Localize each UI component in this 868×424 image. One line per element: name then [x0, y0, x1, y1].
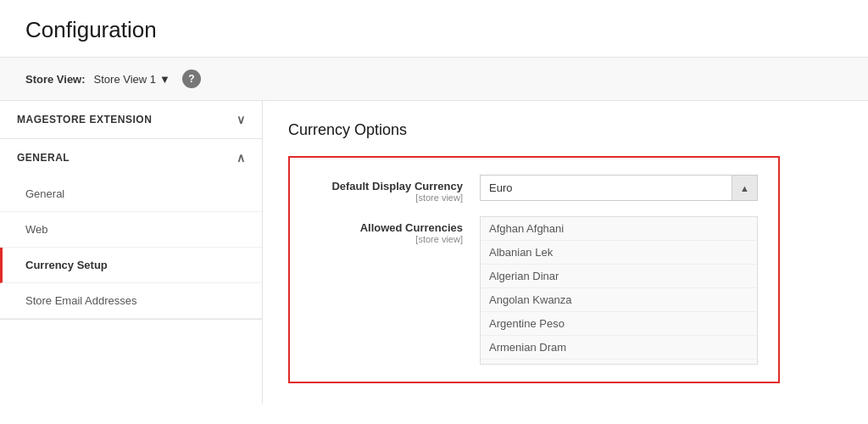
- magestore-chevron: ∨: [236, 113, 246, 126]
- default-currency-arrow: ▲: [740, 183, 749, 193]
- sidebar-item-currency-setup[interactable]: Currency Setup: [0, 248, 262, 283]
- default-currency-field: Default Display Currency [store view] Eu…: [310, 175, 758, 203]
- currency-options-title: Currency Options: [288, 121, 843, 139]
- content-area: MAGESTORE EXTENSION ∨ GENERAL ∧ General …: [0, 101, 868, 404]
- general-chevron: ∧: [236, 151, 246, 165]
- sidebar-section-general-label: GENERAL: [17, 152, 70, 164]
- sidebar: MAGESTORE EXTENSION ∨ GENERAL ∧ General …: [0, 101, 263, 404]
- allowed-currencies-list[interactable]: Afghan Afghani Albanian Lek Algerian Din…: [480, 216, 758, 365]
- list-item: Aruban Florin: [481, 360, 757, 365]
- list-item: Angolan Kwanza: [481, 288, 757, 312]
- sidebar-section-magestore: MAGESTORE EXTENSION ∨: [0, 101, 262, 139]
- default-currency-select[interactable]: Euro ▲: [480, 175, 758, 201]
- sidebar-section-magestore-label: MAGESTORE EXTENSION: [17, 114, 152, 126]
- sidebar-item-store-email[interactable]: Store Email Addresses: [0, 283, 262, 319]
- general-items: General Web Currency Setup Store Email A…: [0, 176, 262, 319]
- sidebar-section-magestore-header[interactable]: MAGESTORE EXTENSION ∨: [0, 101, 262, 138]
- sidebar-section-general: GENERAL ∧ General Web Currency Setup Sto…: [0, 139, 262, 320]
- store-view-bar: Store View: Store View 1 ▼ ?: [0, 57, 868, 101]
- page-wrapper: Configuration Store View: Store View 1 ▼…: [0, 0, 868, 424]
- sidebar-item-web[interactable]: Web: [0, 212, 262, 248]
- main-content: Currency Options Default Display Currenc…: [263, 101, 868, 404]
- store-view-dropdown-arrow: ▼: [159, 73, 170, 86]
- list-item: Armenian Dram: [481, 336, 757, 360]
- default-currency-control: Euro ▲: [480, 175, 758, 201]
- help-icon[interactable]: ?: [182, 70, 201, 88]
- store-view-value: Store View 1: [94, 73, 156, 86]
- allowed-currencies-field: Allowed Currencies [store view] Afghan A…: [310, 216, 758, 365]
- currency-options-box: Default Display Currency [store view] Eu…: [288, 156, 780, 383]
- sidebar-section-general-header[interactable]: GENERAL ∧: [0, 139, 262, 176]
- allowed-currencies-label: Allowed Currencies [store view]: [310, 216, 480, 244]
- page-header: Configuration: [0, 0, 868, 57]
- store-view-label: Store View:: [25, 73, 86, 86]
- page-title: Configuration: [25, 17, 843, 43]
- default-currency-dropdown-btn[interactable]: ▲: [732, 176, 757, 200]
- default-currency-value: Euro: [481, 176, 732, 200]
- store-view-selector[interactable]: Store View 1 ▼: [94, 73, 170, 86]
- list-item: Albanian Lek: [481, 241, 757, 265]
- list-item: Argentine Peso: [481, 312, 757, 336]
- list-item: Afghan Afghani: [481, 217, 757, 241]
- sidebar-item-general[interactable]: General: [0, 176, 262, 212]
- default-currency-label: Default Display Currency [store view]: [310, 175, 480, 203]
- list-item: Algerian Dinar: [481, 265, 757, 288]
